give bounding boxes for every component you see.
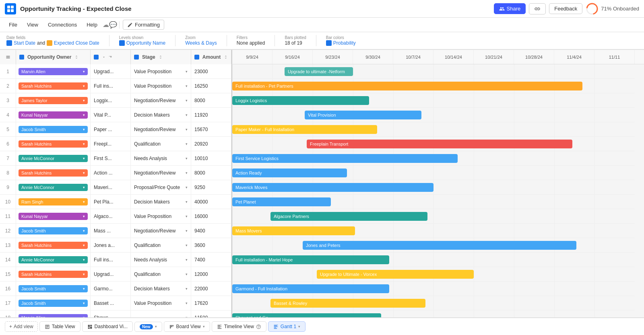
add-view-button[interactable]: + Add view: [5, 321, 38, 332]
stage-dropdown-arrow[interactable]: ▾: [186, 200, 188, 204]
stage-dropdown-arrow[interactable]: ▾: [186, 258, 188, 262]
gantt-bar[interactable]: Loggix Logistics: [232, 96, 369, 105]
owner-cell[interactable]: Kunal Nayyar▾: [16, 209, 91, 224]
tab-timeline[interactable]: Timeline View: [212, 321, 266, 332]
gantt-bar[interactable]: Basset & Rowley: [270, 299, 425, 308]
table-row[interactable]: 10Ram Singh▾Pet Pla...Decision Makers▾40…: [0, 195, 231, 209]
filters-value[interactable]: None applied: [237, 40, 265, 46]
gantt-bar[interactable]: Jones and Peters: [303, 241, 576, 250]
table-row[interactable]: 16Jacob Smith▾Garmo...Decision Makers▾22…: [0, 282, 231, 296]
header-owner[interactable]: Opportunity Owner: [16, 50, 91, 64]
stage-dropdown-arrow[interactable]: ▾: [186, 156, 188, 160]
table-row[interactable]: 5Jacob Smith▾Paper ...Negotiation/Review…: [0, 122, 231, 137]
stage-dropdown-arrow[interactable]: ▾: [186, 127, 188, 132]
stage-dropdown-arrow[interactable]: ▾: [186, 272, 188, 276]
owner-cell[interactable]: Marvin Allen▾: [16, 310, 91, 318]
stage-dropdown-arrow[interactable]: ▾: [186, 171, 188, 175]
owner-dropdown-arrow[interactable]: ▾: [83, 214, 85, 218]
gantt-bar[interactable]: Maverick Moves: [232, 183, 433, 192]
owner-dropdown-arrow[interactable]: ▾: [83, 272, 85, 276]
stage-dropdown-arrow[interactable]: ▾: [186, 287, 188, 291]
formatting-button[interactable]: Formatting: [123, 20, 164, 30]
stage-cell[interactable]: Decision Makers▾: [131, 282, 191, 296]
table-row[interactable]: 3James Taylor▾Loggix...Negotiation/Revie…: [0, 93, 231, 108]
header-stage[interactable]: Stage: [131, 50, 191, 64]
gantt-bar[interactable]: Full installation - Pet Partners: [232, 82, 582, 90]
stage-cell[interactable]: Decision Makers▾: [131, 195, 191, 209]
stage-cell[interactable]: Negotiation/Review▾: [131, 166, 191, 180]
timeline-container[interactable]: Upgrade to ultimate -NetformFull install…: [232, 64, 644, 317]
menu-view[interactable]: View: [23, 20, 42, 29]
owner-dropdown-arrow[interactable]: ▾: [83, 84, 85, 88]
owner-cell[interactable]: Sarah Hutchins▾: [16, 79, 91, 93]
zoom-value[interactable]: Weeks & Days: [185, 40, 217, 46]
owner-dropdown-arrow[interactable]: ▾: [83, 171, 85, 175]
link-button[interactable]: [529, 3, 546, 14]
tab-table-view[interactable]: Table View: [39, 321, 80, 332]
table-row[interactable]: 6Sarah Hutchins▾Freepl...Qualification▾2…: [0, 137, 231, 151]
gantt-bar[interactable]: Algacore Partners: [270, 212, 427, 221]
gantt-bar[interactable]: Freeplain Transport: [307, 140, 572, 148]
bars-value[interactable]: 18 of 19: [285, 40, 306, 46]
tab-new[interactable]: New ▾: [134, 322, 162, 332]
stage-cell[interactable]: Negotiation/Review▾: [131, 224, 191, 238]
owner-dropdown-arrow[interactable]: ▾: [83, 258, 85, 262]
owner-dropdown-arrow[interactable]: ▾: [83, 127, 85, 132]
menu-file[interactable]: File: [5, 20, 21, 29]
stage-cell[interactable]: Value Proposition▾: [131, 79, 191, 93]
table-row[interactable]: 2Sarah Hutchins▾Full ins...Value Proposi…: [0, 79, 231, 93]
stage-cell[interactable]: Needs Analysis▾: [131, 253, 191, 267]
stage-dropdown-arrow[interactable]: ▾: [186, 243, 188, 247]
gantt-bar[interactable]: Showset and Go: [232, 313, 381, 317]
stage-cell[interactable]: Negotiation/Review▾: [131, 93, 191, 108]
stage-dropdown-arrow[interactable]: ▾: [186, 84, 188, 88]
stage-cell[interactable]: Proposal/Price Quote▾: [131, 180, 191, 195]
owner-dropdown-arrow[interactable]: ▾: [83, 185, 85, 189]
stage-cell[interactable]: Qualification▾: [131, 137, 191, 151]
stage-dropdown-arrow[interactable]: ▾: [186, 229, 188, 233]
owner-cell[interactable]: Annie McConnor▾: [16, 180, 91, 195]
table-row[interactable]: 13Sarah Hutchins▾Jones a...Qualification…: [0, 238, 231, 253]
owner-dropdown-arrow[interactable]: ▾: [83, 99, 85, 103]
tab-board[interactable]: Board View ▾: [164, 321, 210, 332]
owner-dropdown-arrow[interactable]: ▾: [83, 113, 85, 117]
stage-dropdown-arrow[interactable]: ▾: [186, 185, 188, 189]
gantt-bar[interactable]: Garmond - Full Installation: [232, 284, 389, 293]
gantt-bar[interactable]: Full installation - Martel Hope: [232, 255, 389, 264]
owner-cell[interactable]: Jacob Smith▾: [16, 224, 91, 238]
owner-cell[interactable]: Marvin Allen▾: [16, 64, 91, 79]
menu-help[interactable]: Help: [83, 20, 101, 29]
owner-dropdown-arrow[interactable]: ▾: [83, 156, 85, 160]
comment-icon[interactable]: 💬: [110, 22, 116, 28]
owner-dropdown-arrow[interactable]: ▾: [83, 142, 85, 146]
owner-cell[interactable]: Jacob Smith▾: [16, 282, 91, 296]
gantt-bar[interactable]: First Service Logistics: [232, 154, 458, 163]
stage-dropdown-arrow[interactable]: ▾: [186, 99, 188, 103]
stage-dropdown-arrow[interactable]: ▾: [186, 301, 188, 305]
table-row[interactable]: 14Annie McConnor▾Full ins...Needs Analys…: [0, 253, 231, 267]
stage-cell[interactable]: ▾: [131, 310, 191, 318]
gantt-bar[interactable]: Action Ready: [232, 169, 347, 177]
stage-cell[interactable]: Qualification▾: [131, 238, 191, 253]
stage-cell[interactable]: Value Proposition▾: [131, 209, 191, 224]
stage-dropdown-arrow[interactable]: ▾: [186, 70, 188, 74]
owner-cell[interactable]: Ram Singh▾: [16, 195, 91, 209]
owner-cell[interactable]: James Taylor▾: [16, 93, 91, 108]
owner-cell[interactable]: Sarah Hutchins▾: [16, 137, 91, 151]
table-row[interactable]: 18Marvin Allen▾Shows...▾11500: [0, 310, 231, 317]
owner-cell[interactable]: Kunal Nayyar▾: [16, 108, 91, 122]
stage-cell[interactable]: Negotiation/Review▾: [131, 122, 191, 137]
stage-cell[interactable]: Value Proposition▾: [131, 296, 191, 310]
tab-dashboard[interactable]: Dashboard Vi...: [82, 321, 133, 332]
table-row[interactable]: 17Jacob Smith▾Basset ...Value Propositio…: [0, 296, 231, 310]
gantt-bar[interactable]: Upgrade to Ultimate - Vorcex: [317, 270, 474, 279]
date-fields-value[interactable]: Start Date and Expected Close Date: [6, 40, 99, 46]
owner-dropdown-arrow[interactable]: ▾: [83, 229, 85, 233]
stage-cell[interactable]: Needs Analysis▾: [131, 151, 191, 166]
table-row[interactable]: 8Sarah Hutchins▾Action ...Negotiation/Re…: [0, 166, 231, 180]
table-row[interactable]: 11Kunal Nayyar▾Algaco...Value Propositio…: [0, 209, 231, 224]
gantt-bar[interactable]: Mass Movers: [232, 226, 355, 235]
bar-colors-value[interactable]: Probability: [326, 40, 356, 46]
gantt-bar[interactable]: Vital Provision: [305, 111, 421, 119]
owner-dropdown-arrow[interactable]: ▾: [83, 70, 85, 74]
